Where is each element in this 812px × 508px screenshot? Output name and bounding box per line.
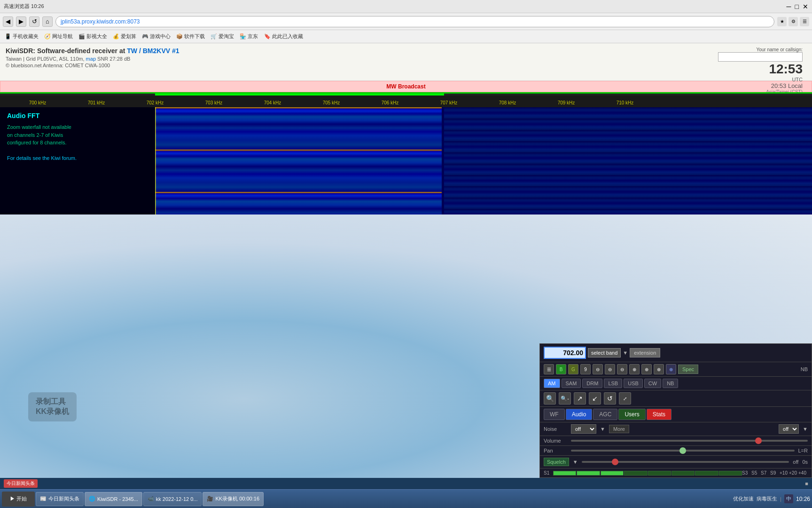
zoom-fit-btn[interactable]: ⤢ (619, 392, 631, 405)
taskbar-news[interactable]: 📰 今日新闻头条 (36, 492, 84, 506)
spectrum-container: 700 kHz 701 kHz 702 kHz 703 kHz 704 kHz … (0, 92, 812, 214)
bookmark-video[interactable]: 🎬 影视大全 (77, 32, 109, 41)
b-btn[interactable]: B (556, 364, 566, 374)
bookmark-phone[interactable]: 📱 手机收藏夹 (3, 32, 40, 41)
map-link[interactable]: map (86, 56, 96, 62)
select-band-button[interactable]: select band (588, 348, 621, 357)
plus1-btn[interactable]: ⊕ (629, 364, 640, 374)
smeter-bar-4 (624, 471, 647, 476)
noise-row: Noise off NR ANR ▼ More off ▼ (540, 422, 812, 436)
max-btn[interactable]: □ (795, 3, 799, 10)
menu-icon[interactable]: ☰ (800, 17, 809, 26)
more-button[interactable]: More (609, 425, 629, 433)
mode-row: AM SAM DRM LSB USB CW NB (540, 377, 812, 390)
spec-button[interactable]: Spec (678, 365, 698, 374)
settings-icon[interactable]: ⚙ (789, 17, 798, 26)
start-button[interactable]: ▶ 开始 (2, 492, 35, 507)
volume-slider[interactable] (571, 440, 808, 442)
back-btn[interactable]: ◀ (3, 16, 13, 27)
optimize-icon[interactable]: 优化加速 (733, 495, 754, 502)
close-btn[interactable]: ✕ (803, 3, 808, 10)
zoom-out-btn[interactable]: 🔍- (559, 392, 571, 405)
mode-drm[interactable]: DRM (582, 379, 602, 388)
bookmark-calc[interactable]: 💰 爱划算 (111, 32, 138, 41)
kiwi-time: Your name or callsign: 12:53 UTC 20:53 L… (718, 47, 803, 95)
smeter-bars (553, 471, 742, 476)
bookmark-games[interactable]: 🎮 游戏中心 (140, 32, 172, 41)
bookmark-nav[interactable]: 🧭 网址导航 (42, 32, 75, 41)
refresh-btn[interactable]: ↺ (29, 16, 39, 27)
frequency-input[interactable] (544, 347, 586, 359)
mode-lsb[interactable]: LSB (604, 379, 622, 388)
station-link[interactable]: TW / BM2KVV #1 (127, 47, 179, 55)
noise-select[interactable]: off NR ANR (571, 424, 596, 434)
tab-audio[interactable]: Audio (566, 409, 593, 420)
virus-doctor-icon[interactable]: 病毒医生 (757, 495, 777, 502)
mode-sam[interactable]: SAM (562, 379, 581, 388)
minus3-btn[interactable]: ⊖ (617, 364, 627, 374)
smeter-bar-6 (671, 471, 695, 476)
plus3-btn[interactable]: ⊕ (654, 364, 664, 374)
forward-btn[interactable]: ▶ (16, 16, 26, 27)
smeter-bar-7 (695, 471, 718, 476)
bookmark-jd[interactable]: 🏪 京东 (238, 32, 260, 41)
lr-indicator: L=R (798, 448, 808, 453)
taskbar-kk[interactable]: 📹 kk 2022-12-12 0... (143, 492, 202, 506)
squelch-row: Squelch ▼ off 0s (540, 456, 812, 468)
zoom-reset-btn[interactable]: ↺ (604, 392, 616, 405)
squelch-slider[interactable] (582, 461, 789, 463)
mode-nb[interactable]: NB (663, 379, 678, 388)
utc-clock: 12:53 (718, 62, 803, 77)
address-bar[interactable] (55, 16, 774, 27)
desktop-watermark: 录制工具 KK录像机 (28, 392, 77, 421)
news-stop-btn[interactable]: ■ (805, 481, 808, 486)
taskbar-kiwisdr[interactable]: 🌐 KiwiSDR - 2345... (85, 492, 142, 506)
kiwi-antenna: © bluebison.net Antenna: COMET CWA-1000 (6, 63, 806, 68)
tab-agc[interactable]: AGC (593, 409, 617, 420)
bookmarks-bar: 📱 手机收藏夹 🧭 网址导航 🎬 影视大全 💰 爱划算 🎮 游戏中心 📦 软件下… (0, 30, 812, 43)
plus2-btn[interactable]: ⊕ (641, 364, 652, 374)
smeter-row: S1 S3 S5 S7 S9 +10 +20 +40 (540, 468, 812, 477)
bookmark-saved[interactable]: 🔖 此此已入收藏 (262, 32, 305, 41)
zoom-in-btn[interactable]: 🔍 (544, 392, 556, 405)
min-btn[interactable]: ─ (787, 3, 791, 10)
bookmark-star-icon[interactable]: ★ (777, 17, 787, 26)
band-dropdown-arrow[interactable]: ▼ (623, 350, 628, 356)
bookmark-software[interactable]: 📦 软件下载 (174, 32, 207, 41)
pan-slider[interactable] (571, 450, 795, 452)
nb-label: NB (801, 366, 808, 372)
nine-btn[interactable]: 9 (580, 364, 591, 374)
extension-button[interactable]: extension (630, 348, 660, 357)
waterfall[interactable]: Audio FFT Zoom waterfall not available o… (0, 107, 812, 214)
minus1-btn[interactable]: ⊖ (593, 364, 603, 374)
taskbar-recorder[interactable]: 🎥 KK录像机 00:00:16 (203, 492, 264, 506)
news-icon: 📰 (40, 496, 47, 502)
callsign-input[interactable] (718, 52, 803, 62)
mode-am[interactable]: AM (544, 379, 560, 388)
zoom-arrow1-btn[interactable]: ↗ (574, 392, 586, 405)
smeter-bar-5 (648, 471, 671, 476)
freq-row: select band ▼ extension (540, 344, 812, 362)
volume-label: Volume (544, 438, 567, 444)
tab-users[interactable]: Users (618, 409, 645, 420)
mode-usb[interactable]: USB (624, 379, 643, 388)
squelch-button[interactable]: Squelch (544, 458, 569, 466)
toolbar-icons: ★ ⚙ ☰ (777, 17, 809, 26)
home-btn[interactable]: ⌂ (42, 16, 53, 27)
bookmark-taobao[interactable]: 🛒 爱淘宝 (209, 32, 236, 41)
zoom-row: 🔍 🔍- ↗ ↙ ↺ ⤢ (540, 390, 812, 407)
zoom-arrow2-btn[interactable]: ↙ (589, 392, 601, 405)
noise-right-select[interactable]: off (779, 424, 799, 434)
plus4-btn[interactable]: ⊕ (666, 364, 676, 374)
tab-stats[interactable]: Stats (647, 409, 671, 420)
smeter-bar-1 (553, 471, 576, 476)
menu-icon-btn[interactable]: ☰ (544, 364, 554, 374)
taskbar-clock: 10:26 (796, 496, 810, 502)
mode-cw[interactable]: CW (644, 379, 661, 388)
smeter-bar-3 (601, 471, 624, 476)
g-btn[interactable]: G (568, 364, 578, 374)
minus2-btn[interactable]: ⊖ (605, 364, 615, 374)
waterfall-active-band (155, 107, 442, 214)
tab-wf[interactable]: WF (544, 409, 565, 420)
taskbar-lang[interactable]: 中 (784, 494, 793, 503)
